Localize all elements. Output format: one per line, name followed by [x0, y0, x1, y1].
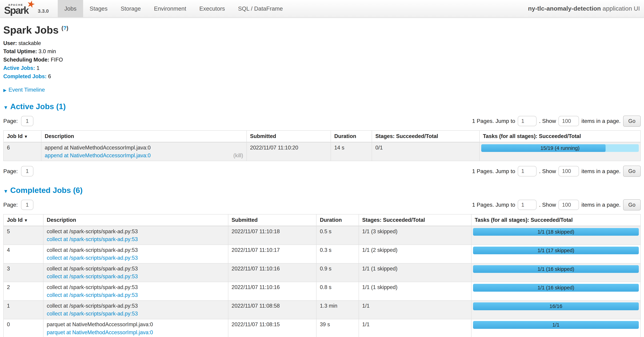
tab-stages[interactable]: Stages	[83, 0, 114, 17]
active-table-header-row: Job Id▼ Description Submitted Duration S…	[4, 130, 640, 142]
job-submitted-cell: 2022/11/07 11:08:15	[228, 319, 316, 337]
completed-jobs-link[interactable]: Completed Jobs:	[3, 73, 46, 79]
header-tasks[interactable]: Tasks (for all stages): Succeeded/Total	[480, 130, 640, 142]
job-submitted-cell: 2022/11/07 11:10:17	[228, 245, 316, 263]
progress-label: 1/1 (16 skipped)	[473, 284, 639, 292]
jump-to-input[interactable]	[518, 200, 537, 210]
job-duration-cell: 14 s	[331, 142, 372, 161]
job-duration-cell: 0.8 s	[316, 282, 358, 301]
event-timeline-toggle[interactable]: ▶Event Timeline	[3, 86, 641, 93]
kill-link[interactable]: (kill)	[234, 152, 243, 159]
go-button[interactable]: Go	[623, 166, 641, 177]
header-duration[interactable]: Duration	[331, 130, 372, 142]
completed-job-row: 3 collect at /spark-scripts/spark-ad.py:…	[4, 263, 640, 282]
job-duration-cell: 0.3 s	[316, 245, 358, 263]
tasks-progress-bar: 1/1 (18 skipped)	[473, 228, 639, 236]
job-submitted-cell: 2022/11/07 11:08:58	[228, 301, 316, 319]
tasks-progress-bar: 1/1 (16 skipped)	[473, 284, 639, 292]
header-description[interactable]: Description	[43, 214, 228, 226]
spark-ui-page: APACHE Spark ★ 3.3.0 Jobs Stages Storage…	[0, 0, 644, 337]
header-description[interactable]: Description	[41, 130, 246, 142]
job-stages-cell: 1/1	[359, 301, 471, 319]
job-tasks-cell: 1/1	[471, 319, 640, 337]
items-text: items in a page.	[582, 168, 620, 175]
page-size-input[interactable]	[558, 116, 579, 126]
application-title: ny-tlc-anomaly-detection application UI	[528, 5, 644, 12]
job-description-cell: append at NativeMethodAccessorImpl.java:…	[41, 142, 246, 161]
completed-job-row: 4 collect at /spark-scripts/spark-ad.py:…	[4, 245, 640, 263]
job-detail-link[interactable]: collect at /spark-scripts/spark-ad.py:53	[47, 273, 138, 280]
tasks-progress-bar: 1/1	[473, 321, 639, 329]
spark-logo: APACHE Spark ★	[4, 1, 31, 15]
header-stages[interactable]: Stages: Succeeded/Total	[372, 130, 480, 142]
job-description-text: collect at /spark-scripts/spark-ad.py:53	[47, 247, 225, 253]
header-tasks[interactable]: Tasks (for all stages): Succeeded/Total	[471, 214, 640, 226]
progress-label: 1/1 (18 skipped)	[473, 228, 639, 236]
spark-version: 3.3.0	[38, 8, 49, 14]
job-description-cell: collect at /spark-scripts/spark-ad.py:53…	[43, 226, 228, 245]
completed-job-row: 1 collect at /spark-scripts/spark-ad.py:…	[4, 301, 640, 319]
job-description-text: collect at /spark-scripts/spark-ad.py:53	[47, 284, 225, 291]
job-id-cell: 3	[4, 263, 43, 282]
job-stages-cell: 1/1 (1 skipped)	[359, 263, 471, 282]
page-number-input[interactable]	[21, 200, 34, 210]
page-size-input[interactable]	[558, 200, 579, 210]
main-content: Spark Jobs (?) User: stackable Total Upt…	[0, 24, 644, 337]
tab-sql-dataframe[interactable]: SQL / DataFrame	[232, 0, 290, 17]
job-detail-link[interactable]: collect at /spark-scripts/spark-ad.py:53	[47, 292, 138, 298]
help-link[interactable]: (?)	[62, 25, 68, 31]
job-detail-link[interactable]: collect at /spark-scripts/spark-ad.py:53	[47, 311, 138, 317]
application-name: ny-tlc-anomaly-detection	[528, 5, 601, 12]
active-job-row: 6 append at NativeMethodAccessorImpl.jav…	[4, 142, 640, 161]
job-detail-link[interactable]: collect at /spark-scripts/spark-ad.py:53	[47, 255, 138, 261]
jump-to-input[interactable]	[518, 166, 537, 176]
expand-arrow-icon: ▶	[3, 88, 6, 93]
go-button[interactable]: Go	[623, 116, 641, 127]
active-jobs-link[interactable]: Active Jobs:	[3, 65, 35, 71]
completed-jobs-pagination-top: Page: 1 Pages. Jump to . Show items in a…	[3, 199, 641, 211]
job-description-text: collect at /spark-scripts/spark-ad.py:53	[47, 266, 225, 272]
tasks-progress-bar: 1/1 (16 skipped)	[473, 265, 639, 273]
tab-environment[interactable]: Environment	[147, 0, 193, 17]
show-text: . Show	[539, 168, 556, 175]
page-number-input[interactable]	[21, 166, 34, 176]
go-button[interactable]: Go	[623, 199, 641, 211]
header-duration[interactable]: Duration	[316, 214, 358, 226]
page-size-input[interactable]	[558, 166, 579, 176]
job-id-cell: 1	[4, 301, 43, 319]
top-navbar: APACHE Spark ★ 3.3.0 Jobs Stages Storage…	[0, 0, 644, 17]
job-id-cell: 5	[4, 226, 43, 245]
active-jobs-heading[interactable]: ▼Active Jobs (1)	[3, 102, 641, 111]
tab-executors[interactable]: Executors	[193, 0, 232, 17]
items-text: items in a page.	[582, 202, 620, 208]
job-stages-cell: 1/1	[359, 319, 471, 337]
job-description-cell: collect at /spark-scripts/spark-ad.py:53…	[43, 245, 228, 263]
completed-jobs-heading[interactable]: ▼Completed Jobs (6)	[3, 186, 641, 195]
header-submitted[interactable]: Submitted	[246, 130, 331, 142]
job-description-cell: parquet at NativeMethodAccessorImpl.java…	[43, 319, 228, 337]
job-description-text: append at NativeMethodAccessorImpl.java:…	[45, 145, 243, 151]
job-submitted-cell: 2022/11/07 11:10:20	[246, 142, 331, 161]
page-number-input[interactable]	[21, 116, 34, 126]
job-detail-link[interactable]: append at NativeMethodAccessorImpl.java:…	[45, 152, 150, 159]
job-id-cell: 2	[4, 282, 43, 301]
pages-jump-text: 1 Pages. Jump to	[472, 202, 515, 208]
header-stages[interactable]: Stages: Succeeded/Total	[359, 214, 471, 226]
header-job-id[interactable]: Job Id▼	[4, 130, 41, 142]
job-stages-cell: 1/1 (1 skipped)	[359, 282, 471, 301]
tab-storage[interactable]: Storage	[114, 0, 147, 17]
header-job-id[interactable]: Job Id▼	[4, 214, 43, 226]
header-submitted[interactable]: Submitted	[228, 214, 316, 226]
job-stages-cell: 1/1 (3 skipped)	[359, 226, 471, 245]
active-jobs-table: Job Id▼ Description Submitted Duration S…	[3, 130, 641, 161]
job-detail-link[interactable]: parquet at NativeMethodAccessorImpl.java…	[47, 329, 153, 336]
spark-wordmark: Spark	[4, 5, 28, 16]
collapse-arrow-icon: ▼	[3, 105, 8, 110]
tab-jobs[interactable]: Jobs	[58, 0, 83, 17]
job-detail-link[interactable]: collect at /spark-scripts/spark-ad.py:53	[47, 236, 138, 243]
jump-to-input[interactable]	[518, 116, 537, 126]
tasks-progress-bar: 1/1 (17 skipped)	[473, 247, 639, 255]
help-question-icon[interactable]: ?	[63, 25, 66, 31]
job-duration-cell: 1.3 min	[316, 301, 358, 319]
job-tasks-cell: 1/1 (16 skipped)	[471, 282, 640, 301]
